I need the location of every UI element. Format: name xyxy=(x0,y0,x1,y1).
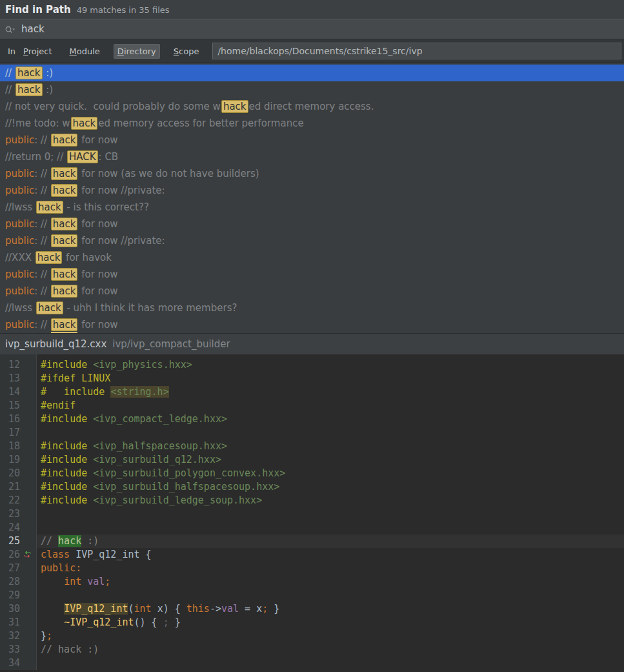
code-text: #endif xyxy=(37,399,624,412)
line-number: 21 xyxy=(0,480,20,494)
result-row[interactable]: public: // hack for now (as we do not ha… xyxy=(0,165,624,182)
result-row[interactable]: // hack :) xyxy=(0,81,624,98)
editor-line[interactable]: 28 int val; xyxy=(0,575,624,589)
match-count-label: 49 matches in 35 files xyxy=(77,5,170,15)
scope-options: ProjectModuleDirectoryScope xyxy=(19,46,212,56)
gutter-space xyxy=(20,412,36,426)
result-row[interactable]: //lwss hack - is this correct?? xyxy=(0,199,624,216)
editor-line[interactable]: 25// hack :) xyxy=(0,535,624,548)
code-token: #include xyxy=(41,467,93,479)
editor-gutter: 26 xyxy=(0,548,37,562)
result-row[interactable]: // hack :) xyxy=(0,65,624,81)
result-row[interactable]: //XXX hack for havok xyxy=(0,249,624,266)
code-token: -> xyxy=(210,603,221,615)
result-row[interactable]: public: // hack for now xyxy=(0,316,624,333)
result-text: public xyxy=(5,285,34,297)
code-token: #include xyxy=(41,413,93,425)
code-text: # include <string.h> xyxy=(37,385,624,399)
mnemonic-letter: D xyxy=(117,46,124,56)
result-row[interactable]: // not very quick. could probably do som… xyxy=(0,98,624,115)
editor-line[interactable]: 16#include <ivp_compact_ledge.hxx> xyxy=(0,412,624,426)
find-in-path-dialog: Find in Path 49 matches in 35 files hack… xyxy=(0,0,624,672)
result-row[interactable]: public: // hack for now xyxy=(0,266,624,283)
result-row[interactable]: public: // hack for now xyxy=(0,216,624,232)
dialog-title: Find in Path xyxy=(5,4,71,15)
code-token: = x xyxy=(239,603,262,615)
result-row[interactable]: public: // hack for now xyxy=(0,132,624,148)
code-preview-editor[interactable]: 1112#include <ivp_physics.hxx>13#ifdef L… xyxy=(0,354,624,672)
editor-line[interactable]: 17 xyxy=(0,426,624,440)
search-input[interactable]: hack xyxy=(21,23,45,35)
editor-line[interactable]: 32}; xyxy=(0,629,624,643)
result-text: for havok xyxy=(63,252,112,263)
result-row[interactable]: //return 0; // HACK: CB xyxy=(0,148,624,165)
scope-option-scope[interactable]: Scope xyxy=(170,44,203,59)
editor-line[interactable]: 20#include <ivp_surbuild_polygon_convex.… xyxy=(0,467,624,480)
code-text: #include <ivp_surbuild_halfspacesoup.hxx… xyxy=(37,480,624,494)
gutter-space xyxy=(20,575,36,589)
gutter-space xyxy=(20,480,36,494)
match-chip: hack xyxy=(15,66,43,79)
editor-line[interactable]: 14# include <string.h> xyxy=(0,385,624,399)
editor-line[interactable]: 22#include <ivp_surbuild_ledge_soup.hxx> xyxy=(0,494,624,507)
editor-line[interactable]: 24 xyxy=(0,521,624,535)
code-token: // hack :) xyxy=(41,644,99,655)
scope-option-module[interactable]: Module xyxy=(66,44,104,59)
gutter-space xyxy=(20,440,36,453)
editor-gutter: 24 xyxy=(0,521,37,535)
editor-line[interactable]: 15#endif xyxy=(0,399,624,412)
result-text: ed direct memory access. xyxy=(249,101,374,112)
editor-line[interactable]: 13#ifdef LINUX xyxy=(0,372,624,385)
editor-gutter: 13 xyxy=(0,372,37,385)
code-text: #include <ivp_halfspacesoup.hxx> xyxy=(37,440,624,453)
scope-option-project[interactable]: Project xyxy=(19,44,56,59)
preview-file-header: ivp_surbuild_q12.cxx ivp/ivp_compact_bui… xyxy=(0,333,624,354)
editor-line[interactable]: 27public: xyxy=(0,562,624,575)
line-number: 22 xyxy=(0,494,20,507)
editor-line[interactable]: 18#include <ivp_halfspacesoup.hxx> xyxy=(0,440,624,453)
result-text: //lwss xyxy=(5,302,35,314)
match-chip: hack xyxy=(36,301,63,314)
editor-line[interactable]: 21#include <ivp_surbuild_halfspacesoup.h… xyxy=(0,480,624,494)
editor-line[interactable]: 19#include <ivp_surbuild_q12.hxx> xyxy=(0,453,624,467)
editor-line[interactable]: 33// hack :) xyxy=(0,643,624,657)
match-chip: hack xyxy=(35,251,63,264)
result-text: public xyxy=(5,235,34,247)
line-number: 16 xyxy=(0,412,20,426)
result-text: : // xyxy=(34,235,50,247)
line-number: 17 xyxy=(0,426,20,440)
result-row[interactable]: public: // hack for now xyxy=(0,283,624,300)
result-row[interactable]: //lwss hack - uhh I think it has more me… xyxy=(0,300,624,316)
result-text: for now xyxy=(78,285,117,297)
code-token: ; xyxy=(262,603,268,615)
editor-line[interactable]: 34 xyxy=(0,657,624,670)
editor-line[interactable]: 26class IVP_q12_int { xyxy=(0,548,624,562)
editor-line[interactable]: 29 xyxy=(0,589,624,602)
editor-line[interactable]: 31 ~IVP_q12_int() { ; } xyxy=(0,616,624,629)
directory-path-input[interactable]: /home/blackops/Documents/cstrike15_src/i… xyxy=(212,43,621,59)
editor-line[interactable]: 23 xyxy=(0,507,624,521)
code-token: ; xyxy=(163,616,169,628)
code-token: int xyxy=(64,576,87,587)
search-field[interactable]: hack xyxy=(0,19,624,39)
result-text: for now (as we do not have builders) xyxy=(78,168,259,179)
result-row[interactable]: //!me todo: whacked memory access for be… xyxy=(0,115,624,132)
code-text xyxy=(37,521,624,535)
result-text: for now xyxy=(78,269,117,280)
match-chip: hack xyxy=(15,83,43,96)
result-text: for now //private: xyxy=(78,235,165,247)
editor-line[interactable]: 30 IVP_q12_int(int x) { this->val = x; } xyxy=(0,602,624,616)
gutter-space xyxy=(20,507,36,521)
result-text: public xyxy=(5,134,34,146)
directory-path-value: /home/blackops/Documents/cstrike15_src/i… xyxy=(217,46,422,56)
scope-option-directory[interactable]: Directory xyxy=(114,44,160,59)
editor-gutter: 18 xyxy=(0,440,37,453)
editor-line[interactable]: 12#include <ivp_physics.hxx> xyxy=(0,358,624,372)
result-row[interactable]: public: // hack for now //private: xyxy=(0,232,624,249)
result-row[interactable]: public: // hack for now //private: xyxy=(0,182,624,199)
gutter-space xyxy=(20,494,36,507)
code-token xyxy=(41,576,64,587)
gutter-space xyxy=(20,358,36,372)
code-token xyxy=(41,616,64,628)
match-chip: hack xyxy=(51,184,78,197)
